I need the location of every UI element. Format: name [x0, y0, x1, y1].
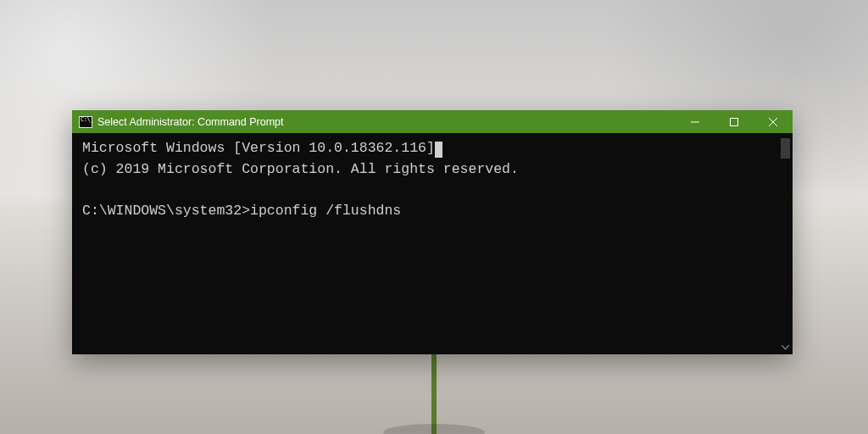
svg-point-0 — [383, 424, 485, 434]
vertical-scrollbar[interactable] — [778, 133, 793, 354]
console-output[interactable]: Microsoft Windows [Version 10.0.18362.11… — [72, 133, 793, 354]
svg-rect-2 — [731, 118, 738, 125]
command-prompt-window: Select Administrator: Command Prompt Mic… — [72, 110, 793, 354]
titlebar[interactable]: Select Administrator: Command Prompt — [72, 110, 793, 133]
close-button[interactable] — [754, 110, 793, 133]
scroll-down-arrow-icon[interactable] — [780, 342, 791, 353]
minimize-icon — [691, 118, 699, 126]
console-prompt: C:\WINDOWS\system32> — [82, 203, 250, 219]
console-command: ipconfig /flushdns — [250, 203, 401, 219]
console-line-copyright: (c) 2019 Microsoft Corporation. All righ… — [82, 161, 519, 177]
maximize-button[interactable] — [715, 110, 754, 133]
scrollbar-thumb[interactable] — [781, 138, 790, 159]
text-cursor — [435, 142, 442, 158]
window-title: Select Administrator: Command Prompt — [97, 116, 284, 128]
maximize-icon — [730, 118, 738, 126]
close-icon — [769, 118, 777, 126]
console-line-version: Microsoft Windows [Version 10.0.18362.11… — [82, 140, 435, 156]
cmd-icon — [79, 116, 92, 128]
minimize-button[interactable] — [676, 110, 715, 133]
